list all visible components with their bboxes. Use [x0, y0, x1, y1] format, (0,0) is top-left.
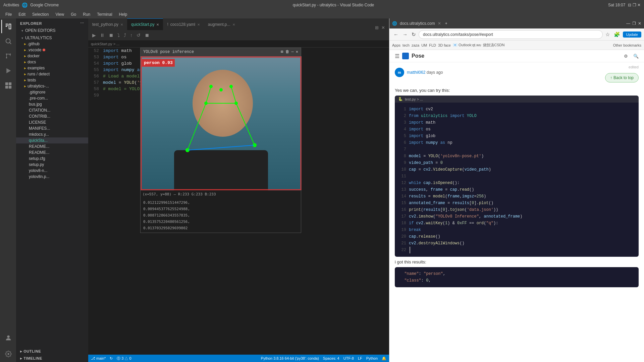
- sidebar-item-examples[interactable]: ▸ examples: [16, 65, 88, 71]
- overlay-minimize-icon[interactable]: —: [291, 49, 294, 55]
- status-sync[interactable]: ↻: [110, 356, 113, 361]
- tab-test-python[interactable]: test_python.py ✕: [88, 18, 127, 30]
- close-tab-icon[interactable]: ✕: [120, 23, 123, 26]
- menu-go[interactable]: Go: [68, 11, 79, 17]
- editor-close-icon[interactable]: ✕: [380, 25, 386, 30]
- sidebar-item-yolov8n2[interactable]: yolov8n.p...: [16, 174, 88, 180]
- status-line-ending[interactable]: LF: [358, 356, 362, 361]
- menu-terminal[interactable]: Terminal: [94, 11, 115, 17]
- menu-view[interactable]: View: [53, 11, 67, 17]
- back-btn[interactable]: ←: [392, 31, 400, 38]
- reload-btn[interactable]: ↻: [410, 31, 417, 38]
- sidebar-item-yolov8n1[interactable]: yolov8-n...: [16, 168, 88, 174]
- sidebar-item-docs[interactable]: ▸ docs: [16, 59, 88, 65]
- sidebar-item-license[interactable]: LICENSE: [16, 119, 88, 125]
- activity-extensions[interactable]: [1, 79, 15, 92]
- overlay-layout-icon[interactable]: ⊞: [281, 49, 283, 55]
- sidebar-item-readme2[interactable]: README...: [16, 149, 88, 156]
- sidebar-item-setupcfg[interactable]: setup.cfg: [16, 156, 88, 162]
- status-spaces[interactable]: Spaces: 4: [323, 356, 339, 361]
- new-tab-btn[interactable]: +: [445, 21, 447, 26]
- bookmark-outlook[interactable]: 📧 Outlook:qt.wu: [453, 43, 481, 47]
- activity-source-control[interactable]: [1, 49, 15, 63]
- activity-settings[interactable]: [1, 347, 15, 361]
- bookmark-apps[interactable]: Apps: [392, 43, 400, 47]
- browser-close[interactable]: ✕: [638, 21, 641, 26]
- close-tab-coco-icon[interactable]: ✕: [197, 23, 200, 26]
- overlay-titlebar[interactable]: YOLOv8 pose inference ⊞ 🗑 — ✕: [141, 48, 301, 56]
- step-over-btn[interactable]: ⤵: [116, 32, 121, 39]
- bookmark-fld[interactable]: FLD: [429, 43, 436, 47]
- bookmark-zaza[interactable]: zaza: [412, 43, 419, 47]
- forward-btn[interactable]: →: [401, 31, 409, 38]
- sidebar-item-precom[interactable]: .pre-com...: [16, 95, 88, 101]
- tab-coco128[interactable]: ! coco128.yaml ✕: [163, 18, 204, 30]
- browser-minimize[interactable]: —: [626, 21, 630, 26]
- bookmark-3dface[interactable]: 3D face: [438, 43, 451, 47]
- sidebar-item-vscode[interactable]: ▸ .vscode: [16, 47, 88, 53]
- menu-selection[interactable]: Selection: [30, 11, 51, 17]
- sidebar-item-readme1[interactable]: README...: [16, 143, 88, 149]
- activity-account[interactable]: [1, 331, 15, 345]
- status-branch[interactable]: ⎇ main*: [91, 356, 106, 361]
- sidebar-item-citation[interactable]: CITATION...: [16, 107, 88, 113]
- ultralytics-header[interactable]: ▾ ULTRALYTICS: [16, 35, 88, 41]
- status-python-env[interactable]: Python 3.8.16 64-bit ('py38': conda): [261, 356, 319, 361]
- menu-file[interactable]: File: [3, 11, 14, 17]
- outline-header[interactable]: ▸ OUTLINE: [16, 348, 88, 355]
- overlay-close-icon[interactable]: ✕: [296, 49, 298, 55]
- extension-btn[interactable]: 🧩: [612, 31, 622, 38]
- close-tab-quickstart-icon[interactable]: ✕: [156, 23, 159, 26]
- hamburger-icon[interactable]: ☰: [395, 53, 399, 59]
- activity-explorer[interactable]: [1, 20, 15, 33]
- sidebar-item-setuppy[interactable]: setup.py: [16, 162, 88, 168]
- overlay-delete-icon[interactable]: 🗑: [285, 49, 289, 55]
- menu-help[interactable]: Help: [116, 11, 130, 17]
- open-editors-header[interactable]: ▾ OPEN EDITORS: [16, 27, 88, 34]
- stop-debug-btn[interactable]: ⏹: [143, 32, 151, 39]
- activity-run[interactable]: [1, 64, 15, 77]
- browser-tab-close[interactable]: ✕: [438, 21, 441, 26]
- sidebar-item-ultralytics[interactable]: ▸ ultralytics-...: [16, 83, 88, 89]
- menu-run[interactable]: Run: [80, 11, 93, 17]
- sidebar-options-icon[interactable]: ⋯: [80, 21, 84, 25]
- sidebar-item-runs[interactable]: ▸ runs / detect: [16, 71, 88, 77]
- sidebar-item-busjpg[interactable]: bus.jpg: [16, 101, 88, 107]
- bookmark-csdn[interactable]: 烧技汤CSDN: [483, 43, 504, 48]
- bookmark-other[interactable]: Other bookmarks: [613, 43, 641, 47]
- pause-btn[interactable]: ⏸: [99, 32, 106, 39]
- editor-layout-icon[interactable]: ⊞: [374, 25, 380, 30]
- menu-edit[interactable]: Edit: [16, 11, 28, 17]
- docs-search-icon[interactable]: 🔍: [633, 54, 639, 59]
- back-to-top-btn[interactable]: ↑ Back to top: [605, 73, 639, 82]
- update-btn[interactable]: Update: [623, 32, 641, 38]
- code-area[interactable]: 52 53 54 55 56 57 58 59 import math impo…: [88, 48, 389, 355]
- status-language[interactable]: Python: [366, 356, 378, 361]
- tab-augment[interactable]: augment.p... ✕: [204, 18, 239, 30]
- restart-btn[interactable]: ↺: [135, 32, 142, 39]
- step-out-btn[interactable]: ↑: [129, 32, 134, 39]
- status-encoding[interactable]: UTF-8: [343, 356, 354, 361]
- stop-btn[interactable]: ⏹: [107, 32, 115, 39]
- status-errors[interactable]: ⓪ 3 △ 0: [117, 356, 131, 361]
- url-bar[interactable]: [419, 30, 603, 39]
- sidebar-item-tests[interactable]: ▸ tests: [16, 77, 88, 83]
- bookmark-btn[interactable]: ☆: [604, 31, 611, 38]
- sidebar-item-mkdocs[interactable]: mkdocs.y...: [16, 131, 88, 137]
- sidebar-item-gitignore[interactable]: .gitignore: [16, 89, 88, 95]
- docs-settings-icon[interactable]: ⚙: [624, 54, 628, 59]
- browser-maximize[interactable]: ❐: [632, 21, 636, 26]
- sidebar-item-github[interactable]: ▸ .github: [16, 41, 88, 47]
- browser-code-block[interactable]: 1import cv2 2from ultralytics import YOL…: [395, 103, 639, 257]
- step-into-btn[interactable]: ⤴: [122, 32, 127, 39]
- sidebar-item-manifes[interactable]: MANIFES...: [16, 125, 88, 131]
- timeline-header[interactable]: ▸ TIMELINE: [16, 355, 88, 362]
- run-btn[interactable]: ▶: [91, 32, 97, 39]
- activity-search[interactable]: [1, 35, 15, 48]
- sidebar-item-contrib[interactable]: CONTRIB...: [16, 113, 88, 119]
- browser-content[interactable]: ☰ Pose ⚙ 🔍 m matthil062 d: [389, 50, 644, 362]
- bookmark-um[interactable]: UM: [421, 43, 427, 47]
- tab-quickstart[interactable]: quickStart.py ✕: [127, 18, 163, 30]
- close-tab-augment-icon[interactable]: ✕: [232, 23, 235, 26]
- sidebar-item-docker[interactable]: ▸ docker: [16, 53, 88, 59]
